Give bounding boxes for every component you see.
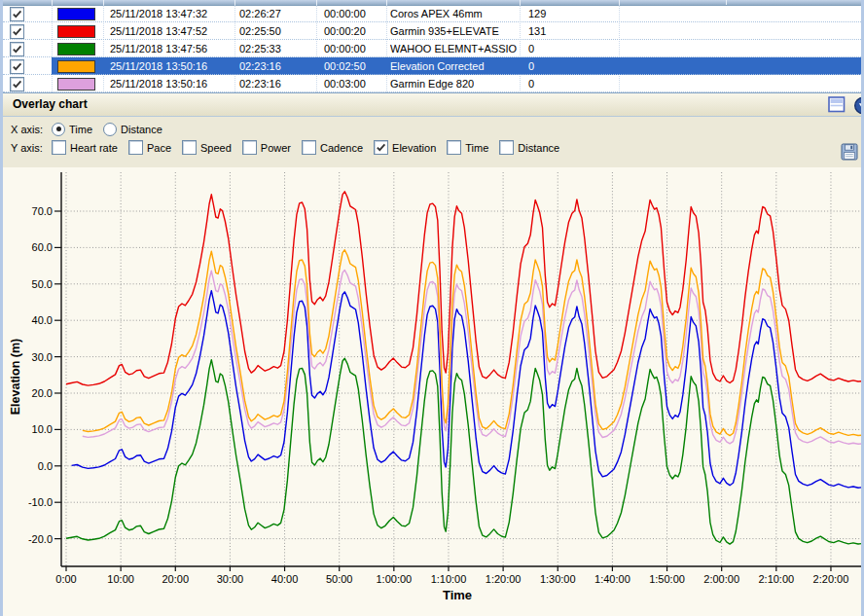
- gps-overlay-app: 25/11/2018 13:47:3202:26:2700:00:00Coros…: [0, 0, 864, 616]
- track-row[interactable]: 25/11/2018 13:47:5602:25:3300:00:00WAHOO…: [3, 40, 861, 57]
- yaxis-option-distance: Distance: [499, 140, 559, 155]
- track-row[interactable]: 25/11/2018 13:47:3202:26:2700:00:00Coros…: [3, 5, 861, 22]
- track-color-swatch: [57, 78, 95, 91]
- x-tick-label: 1:50:00: [649, 573, 685, 585]
- check-icon: [12, 61, 22, 72]
- window-border-left: [0, 0, 3, 616]
- track-value: 0: [528, 40, 534, 57]
- chart-series: [66, 192, 861, 544]
- row-checkbox[interactable]: [10, 42, 24, 56]
- panel-title: Overlay chart: [13, 93, 88, 115]
- track-duration: 02:26:27: [239, 5, 281, 22]
- check-icon: [376, 142, 386, 153]
- yaxis-option-label: Time: [465, 142, 488, 154]
- yaxis-option-elevation: Elevation: [374, 140, 436, 155]
- yaxis-checkbox-distance[interactable]: [499, 140, 514, 155]
- yaxis-checkbox-power[interactable]: [242, 140, 257, 155]
- check-icon: [12, 26, 22, 37]
- y-axis-label: Y axis:: [11, 142, 52, 154]
- x-tick-label: 50:00: [326, 573, 353, 585]
- x-tick-label: 1:10:00: [431, 573, 467, 585]
- yaxis-option-label: Cadence: [320, 142, 363, 154]
- x-tick-label: 2:00:00: [703, 573, 739, 585]
- track-duration: 02:25:33: [239, 40, 281, 57]
- xaxis-radio-distance[interactable]: [103, 123, 117, 136]
- check-icon: [12, 9, 22, 19]
- track-device-name: Elevation Corrected: [390, 57, 485, 75]
- x-tick-label: 40:00: [271, 573, 299, 585]
- yaxis-checkbox-cadence[interactable]: [302, 140, 316, 155]
- check-icon: [12, 79, 22, 90]
- yaxis-option-heart-rate: Heart rate: [52, 140, 118, 155]
- x-tick-label: 10:00: [107, 573, 134, 585]
- row-checkbox[interactable]: [10, 59, 24, 74]
- track-offset: 00:03:00: [324, 75, 366, 92]
- y-tick-label: 70.0: [32, 205, 53, 217]
- track-value: 0: [528, 57, 534, 75]
- overlay-panel-header: Overlay chart: [3, 93, 861, 117]
- yaxis-checkbox-heart-rate[interactable]: [52, 140, 66, 155]
- tracks-table: 25/11/2018 13:47:3202:26:2700:00:00Coros…: [3, 0, 861, 92]
- yaxis-option-label: Pace: [147, 142, 171, 154]
- check-icon: [12, 44, 22, 54]
- yaxis-checkbox-time[interactable]: [447, 140, 461, 155]
- yaxis-option-label: Distance: [518, 142, 559, 154]
- track-row[interactable]: 25/11/2018 13:50:1602:23:1600:02:50Eleva…: [3, 57, 861, 75]
- yaxis-option-cadence: Cadence: [302, 140, 363, 155]
- track-device-name: WAHOO ELEMNT+ASSIOM...: [390, 40, 517, 57]
- yaxis-checkbox-pace[interactable]: [128, 140, 143, 155]
- track-date: 25/11/2018 13:50:16: [110, 75, 207, 92]
- row-checkbox[interactable]: [10, 24, 24, 39]
- track-row[interactable]: 25/11/2018 13:47:5202:25:5000:00:20Garmi…: [3, 22, 861, 40]
- yaxis-checkbox-speed[interactable]: [182, 140, 197, 155]
- track-color-swatch: [57, 43, 95, 55]
- xaxis-option-time: Time: [52, 123, 92, 136]
- x-tick-label: 30:00: [217, 573, 244, 585]
- y-axis-title: Elevation (m): [9, 339, 22, 416]
- yaxis-checkbox-elevation[interactable]: [374, 140, 388, 155]
- yaxis-option-label: Heart rate: [70, 142, 118, 154]
- chart-controls: X axis: TimeDistance Y axis: Heart rateP…: [3, 117, 861, 168]
- x-axis-selector-row: X axis: TimeDistance: [11, 122, 173, 136]
- track-device-name: Garmin Edge 820: [390, 75, 474, 92]
- x-tick-label: 1:20:00: [486, 573, 522, 585]
- y-tick-label: 40.0: [32, 314, 53, 326]
- row-checkbox[interactable]: [10, 7, 24, 21]
- x-tick-label: 2:10:00: [758, 573, 794, 585]
- x-tick-label: 0:00: [55, 573, 76, 585]
- y-tick-label: 20.0: [32, 387, 53, 399]
- xaxis-radio-time[interactable]: [52, 123, 65, 136]
- y-tick-label: 60.0: [32, 241, 53, 253]
- xaxis-option-distance: Distance: [103, 123, 162, 136]
- x-tick-label: 1:40:00: [594, 573, 630, 585]
- track-row[interactable]: 25/11/2018 13:50:1602:23:1600:03:00Garmi…: [3, 75, 861, 92]
- track-color-swatch: [57, 60, 95, 73]
- track-date: 25/11/2018 13:50:16: [110, 57, 207, 75]
- panel-layout-icon[interactable]: [828, 96, 846, 117]
- chart-plot-canvas[interactable]: 70.060.050.040.030.020.010.00.0-10.0-20.…: [0, 167, 864, 616]
- yaxis-option-label: Speed: [200, 142, 232, 154]
- save-chart-icon[interactable]: [841, 143, 858, 161]
- y-tick-label: 0.0: [38, 460, 53, 472]
- track-offset: 00:02:50: [324, 57, 366, 75]
- track-offset: 00:00:20: [324, 22, 366, 40]
- track-duration: 02:23:16: [239, 57, 281, 75]
- x-axis-label: X axis:: [11, 124, 52, 135]
- y-tick-label: 30.0: [32, 351, 53, 363]
- xaxis-option-label: Distance: [121, 124, 162, 135]
- y-axis-selector-row: Y axis: Heart ratePaceSpeedPowerCadenceE…: [11, 140, 570, 155]
- row-checkbox[interactable]: [10, 77, 24, 91]
- x-tick-label: 1:00:00: [376, 573, 412, 585]
- track-duration: 02:23:16: [239, 75, 281, 92]
- track-color-swatch: [57, 25, 95, 38]
- x-tick-label: 1:30:00: [540, 573, 576, 585]
- y-tick-label: 10.0: [32, 423, 53, 435]
- track-date: 25/11/2018 13:47:52: [110, 22, 207, 40]
- track-device-name: Coros APEX 46mm: [390, 5, 483, 22]
- track-date: 25/11/2018 13:47:56: [110, 40, 207, 57]
- yaxis-option-label: Power: [261, 142, 291, 154]
- track-value: 131: [528, 22, 546, 40]
- overlay-chart-area[interactable]: 70.060.050.040.030.020.010.00.0-10.0-20.…: [0, 167, 864, 616]
- y-tick-label: 50.0: [32, 278, 53, 290]
- yaxis-option-pace: Pace: [128, 140, 171, 155]
